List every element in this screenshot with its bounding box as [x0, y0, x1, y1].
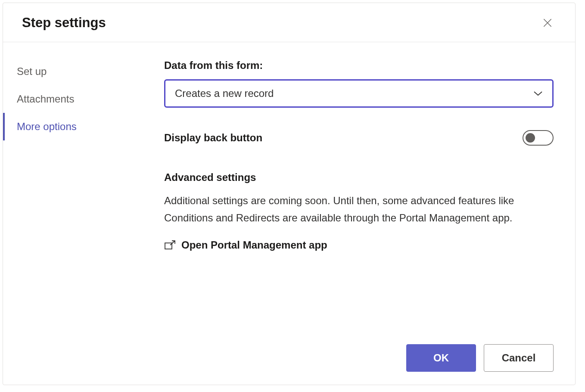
open-portal-management-label: Open Portal Management app [181, 239, 327, 251]
dialog-title: Step settings [22, 15, 106, 31]
display-back-label: Display back button [164, 132, 262, 144]
close-button[interactable] [539, 14, 556, 31]
chevron-down-icon [533, 90, 543, 96]
dialog-header: Step settings [3, 3, 575, 42]
advanced-settings-description: Additional settings are coming soon. Unt… [164, 192, 554, 226]
ok-button[interactable]: OK [406, 344, 476, 372]
svg-rect-2 [165, 243, 172, 249]
sidebar-item-attachments[interactable]: Attachments [3, 85, 154, 113]
sidebar-item-more-options[interactable]: More options [3, 113, 154, 140]
ok-button-label: OK [433, 352, 449, 364]
dialog-body: Set up Attachments More options Data fro… [3, 42, 575, 331]
step-settings-dialog: Step settings Set up Attachments More op… [3, 3, 576, 385]
sidebar-item-label: Set up [17, 65, 47, 77]
dialog-footer: OK Cancel [3, 331, 575, 385]
sidebar: Set up Attachments More options [3, 42, 154, 331]
open-portal-management-link[interactable]: Open Portal Management app [164, 239, 554, 251]
open-external-icon [164, 240, 176, 250]
select-value: Creates a new record [175, 87, 274, 100]
toggle-knob [526, 133, 535, 143]
display-back-row: Display back button [164, 130, 554, 146]
sidebar-item-label: More options [17, 121, 77, 132]
sidebar-item-label: Attachments [17, 93, 74, 105]
advanced-settings-heading: Advanced settings [164, 171, 554, 184]
display-back-toggle[interactable] [523, 130, 554, 146]
main-pane: Data from this form: Creates a new recor… [154, 42, 575, 331]
cancel-button[interactable]: Cancel [484, 344, 554, 372]
data-form-select[interactable]: Creates a new record [164, 79, 554, 108]
sidebar-item-setup[interactable]: Set up [3, 58, 154, 85]
data-form-label: Data from this form: [164, 59, 554, 72]
cancel-button-label: Cancel [502, 352, 536, 364]
close-icon [542, 17, 553, 28]
